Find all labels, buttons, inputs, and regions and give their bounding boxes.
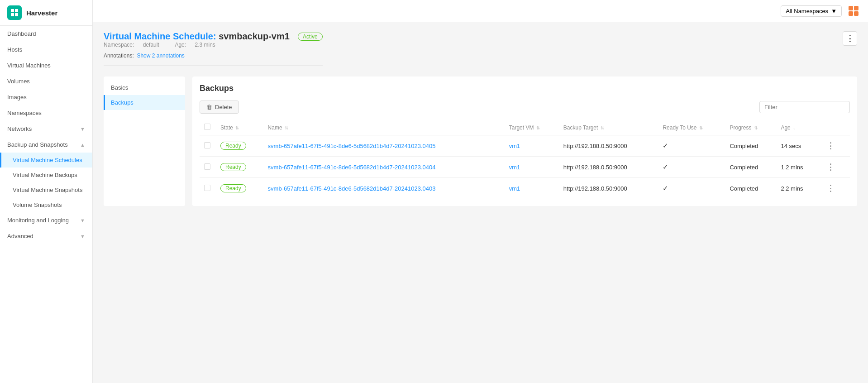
left-panel: Basics Backups <box>104 77 185 206</box>
row-name: svmb-657afe11-67f5-491c-8de6-5d5682d1b4d… <box>263 157 505 178</box>
sidebar-item-advanced[interactable]: Advanced ▼ <box>0 228 92 244</box>
page-content: Virtual Machine Schedule: svmbackup-vm1 … <box>93 22 868 383</box>
annotations-row: Annotations: Show 2 annotations <box>104 53 323 66</box>
chevron-down-icon: ▼ <box>80 218 85 223</box>
show-annotations-link[interactable]: Show 2 annotations <box>137 53 184 59</box>
row-progress: Completed <box>725 157 776 178</box>
table-toolbar: 🗑 Delete <box>200 101 850 114</box>
table-body: Ready svmb-657afe11-67f5-491c-8de6-5d568… <box>200 135 850 199</box>
topbar-icons <box>846 4 861 18</box>
svg-rect-3 <box>15 13 18 16</box>
sidebar-item-vm-schedules[interactable]: Virtual Machine Schedules <box>0 153 92 168</box>
age-label: Age: 2.3 mins <box>175 42 222 48</box>
chevron-down-icon: ▼ <box>831 8 837 14</box>
row-actions-button[interactable]: ⋮ <box>824 162 837 172</box>
row-checkbox[interactable] <box>204 142 210 148</box>
backup-name-link[interactable]: svmb-657afe11-67f5-491c-8de6-5d5682d1b4d… <box>268 143 436 149</box>
filter-input[interactable] <box>759 101 850 113</box>
col-target-vm: Target VM ⇅ <box>505 120 559 135</box>
page-meta: Namespace: default Age: 2.3 mins <box>104 42 323 48</box>
row-actions-cell: ⋮ <box>819 135 850 157</box>
backup-name-link[interactable]: svmb-657afe11-67f5-491c-8de6-5d5682d1b4d… <box>268 185 436 192</box>
row-ready-to-use: ✓ <box>658 157 725 178</box>
app-logo[interactable]: Harvester <box>0 0 92 26</box>
left-panel-backups[interactable]: Backups <box>104 95 185 110</box>
sidebar-item-backup-snapshots[interactable]: Backup and Snapshots ▲ <box>0 137 92 153</box>
sidebar-item-volume-snapshots[interactable]: Volume Snapshots <box>0 197 92 212</box>
state-badge: Ready <box>220 142 246 150</box>
sidebar-item-namespaces[interactable]: Namespaces <box>0 105 92 121</box>
svg-rect-1 <box>15 9 18 12</box>
sort-icon: ⇅ <box>601 125 604 130</box>
sidebar-item-virtual-machines[interactable]: Virtual Machines <box>0 57 92 73</box>
row-progress: Completed <box>725 178 776 199</box>
check-icon: ✓ <box>663 142 668 149</box>
namespace-selector[interactable]: All Namespaces ▼ <box>781 5 842 17</box>
sidebar-item-volumes[interactable]: Volumes <box>0 73 92 89</box>
table-header-row: State ⇅ Name ⇅ Target VM ⇅ <box>200 120 850 135</box>
title-area: Virtual Machine Schedule: svmbackup-vm1 … <box>104 31 323 74</box>
orange-grid-icon <box>849 6 858 16</box>
right-panel: Backups 🗑 Delete <box>192 77 857 206</box>
sidebar-item-vm-snapshots[interactable]: Virtual Machine Snapshots <box>0 182 92 197</box>
col-age: Age ↓ <box>776 120 819 135</box>
row-checkbox-cell <box>200 135 216 157</box>
left-panel-basics[interactable]: Basics <box>104 80 185 95</box>
table-row: Ready svmb-657afe11-67f5-491c-8de6-5d568… <box>200 135 850 157</box>
sidebar-item-networks[interactable]: Networks ▼ <box>0 121 92 137</box>
row-actions-button[interactable]: ⋮ <box>824 140 837 151</box>
more-actions-button[interactable]: ⋮ <box>843 31 857 46</box>
namespace-label: Namespace: default <box>104 42 167 48</box>
chevron-down-icon: ▼ <box>80 126 85 132</box>
col-ready-to-use: Ready To Use ⇅ <box>658 120 725 135</box>
col-backup-target: Backup Target ⇅ <box>559 120 658 135</box>
select-all-checkbox[interactable] <box>204 124 210 130</box>
trash-icon: 🗑 <box>206 104 212 110</box>
row-ready-to-use: ✓ <box>658 135 725 157</box>
row-checkbox[interactable] <box>204 163 210 170</box>
sort-icon: ⇅ <box>754 125 758 130</box>
row-state: Ready <box>216 135 263 157</box>
row-actions-cell: ⋮ <box>819 157 850 178</box>
sidebar-item-monitoring-logging[interactable]: Monitoring and Logging ▼ <box>0 212 92 228</box>
table-row: Ready svmb-657afe11-67f5-491c-8de6-5d568… <box>200 157 850 178</box>
chevron-up-icon: ▲ <box>80 142 85 148</box>
table-row: Ready svmb-657afe11-67f5-491c-8de6-5d568… <box>200 178 850 199</box>
row-actions-cell: ⋮ <box>819 178 850 199</box>
row-target-vm: vm1 <box>505 135 559 157</box>
vm-link[interactable]: vm1 <box>509 185 520 192</box>
row-checkbox[interactable] <box>204 185 210 191</box>
sidebar: Harvester Dashboard Hosts Virtual Machin… <box>0 0 93 383</box>
col-name: Name ⇅ <box>263 120 505 135</box>
delete-button[interactable]: 🗑 Delete <box>200 101 239 114</box>
sidebar-item-images[interactable]: Images <box>0 89 92 105</box>
app-name: Harvester <box>26 9 57 17</box>
sidebar-item-vm-backups[interactable]: Virtual Machine Backups <box>0 168 92 182</box>
row-progress: Completed <box>725 135 776 157</box>
col-progress: Progress ⇅ <box>725 120 776 135</box>
select-all-header <box>200 120 216 135</box>
sidebar-item-dashboard[interactable]: Dashboard <box>0 26 92 42</box>
row-actions-button[interactable]: ⋮ <box>824 183 837 194</box>
row-backup-target: http://192.188.0.50:9000 <box>559 135 658 157</box>
row-age: 14 secs <box>776 135 819 157</box>
page-header: Virtual Machine Schedule: svmbackup-vm1 … <box>104 31 857 74</box>
vm-link[interactable]: vm1 <box>509 164 520 171</box>
row-checkbox-cell <box>200 178 216 199</box>
col-state: State ⇅ <box>216 120 263 135</box>
backups-section-title: Backups <box>200 84 850 93</box>
logo-icon <box>7 5 22 20</box>
row-ready-to-use: ✓ <box>658 178 725 199</box>
backup-name-link[interactable]: svmb-657afe11-67f5-491c-8de6-5d5682d1b4d… <box>268 164 436 171</box>
topbar: All Namespaces ▼ <box>93 0 868 22</box>
detail-layout: Basics Backups Backups 🗑 Delete <box>104 77 857 206</box>
sort-icon: ↓ <box>793 125 795 130</box>
page-actions: ⋮ <box>843 31 857 46</box>
row-target-vm: vm1 <box>505 178 559 199</box>
row-name: svmb-657afe11-67f5-491c-8de6-5d5682d1b4d… <box>263 178 505 199</box>
row-age: 1.2 mins <box>776 157 819 178</box>
vm-link[interactable]: vm1 <box>509 143 520 149</box>
sort-icon: ⇅ <box>536 125 540 130</box>
grid-icon-button[interactable] <box>846 4 861 18</box>
sidebar-item-hosts[interactable]: Hosts <box>0 42 92 57</box>
